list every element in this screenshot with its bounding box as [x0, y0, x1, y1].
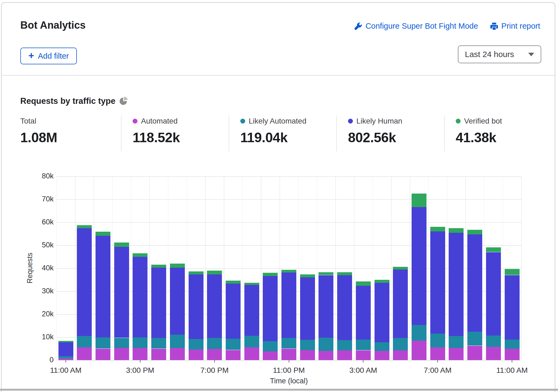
bar-segment-verified-bot[interactable] — [226, 281, 241, 284]
bar-segment-likely-automated[interactable] — [281, 338, 296, 348]
bar-segment-likely-automated[interactable] — [96, 337, 110, 349]
bar-segment-automated[interactable] — [319, 351, 333, 360]
bar-segment-likely-human[interactable] — [375, 283, 389, 342]
bar-segment-automated[interactable] — [486, 347, 501, 360]
bar-segment-likely-human[interactable] — [226, 284, 241, 339]
bar-segment-automated[interactable] — [133, 348, 147, 360]
bar-segment-automated[interactable] — [337, 350, 352, 360]
bar-segment-likely-automated[interactable] — [207, 338, 222, 349]
bar-segment-likely-human[interactable] — [207, 274, 222, 338]
bar-segment-likely-automated[interactable] — [170, 335, 185, 348]
bar-segment-automated[interactable] — [449, 348, 464, 360]
bar-segment-likely-automated[interactable] — [449, 336, 464, 348]
bar-segment-automated[interactable] — [375, 351, 389, 360]
bar-segment-likely-human[interactable] — [356, 286, 371, 340]
bar-segment-verified-bot[interactable] — [393, 267, 408, 270]
bar-segment-verified-bot[interactable] — [96, 232, 110, 236]
bar-segment-verified-bot[interactable] — [300, 274, 315, 277]
bar-segment-automated[interactable] — [114, 348, 129, 360]
bar-segment-likely-human[interactable] — [319, 275, 333, 338]
bar-segment-verified-bot[interactable] — [133, 253, 147, 257]
bar-segment-verified-bot[interactable] — [263, 273, 278, 276]
bar-segment-automated[interactable] — [356, 350, 371, 360]
bar-segment-automated[interactable] — [300, 350, 315, 360]
bar-segment-verified-bot[interactable] — [319, 272, 333, 275]
bar-segment-automated[interactable] — [207, 349, 222, 360]
bar-segment-likely-automated[interactable] — [244, 336, 259, 347]
bar-segment-automated[interactable] — [151, 349, 166, 360]
bar-segment-likely-automated[interactable] — [467, 332, 482, 346]
bar-segment-likely-human[interactable] — [170, 268, 185, 335]
bar-segment-likely-human[interactable] — [133, 257, 147, 337]
bar-segment-likely-human[interactable] — [486, 252, 501, 336]
bar-segment-verified-bot[interactable] — [77, 225, 92, 228]
bar-segment-likely-automated[interactable] — [486, 335, 501, 347]
y-axis-tick-label: 80k — [21, 172, 54, 180]
bar-segment-likely-automated[interactable] — [319, 338, 333, 351]
bar-segment-likely-automated[interactable] — [337, 340, 352, 350]
bar-segment-likely-automated[interactable] — [505, 340, 520, 349]
bar-segment-verified-bot[interactable] — [58, 341, 73, 342]
bar-segment-likely-automated[interactable] — [133, 337, 147, 348]
bar-segment-automated[interactable] — [244, 347, 259, 360]
bar-segment-likely-automated[interactable] — [263, 341, 278, 351]
bar-segment-automated[interactable] — [281, 349, 296, 360]
bar-segment-likely-human[interactable] — [58, 342, 73, 357]
bar-segment-likely-automated[interactable] — [114, 338, 129, 348]
bar-segment-likely-automated[interactable] — [430, 334, 445, 347]
bar-segment-verified-bot[interactable] — [114, 242, 129, 247]
bar-segment-verified-bot[interactable] — [356, 281, 371, 286]
bar-segment-likely-human[interactable] — [281, 273, 296, 338]
bar-segment-verified-bot[interactable] — [412, 194, 426, 207]
bar-segment-likely-human[interactable] — [77, 228, 92, 336]
bar-segment-likely-automated[interactable] — [300, 340, 315, 350]
bar-segment-likely-human[interactable] — [151, 268, 166, 338]
bar-segment-automated[interactable] — [263, 351, 278, 360]
bar-segment-likely-human[interactable] — [393, 270, 408, 338]
bar-segment-likely-automated[interactable] — [393, 338, 408, 350]
bar-segment-likely-human[interactable] — [467, 234, 482, 332]
bar-segment-likely-human[interactable] — [430, 231, 445, 334]
bar-segment-likely-automated[interactable] — [77, 336, 92, 348]
bar-segment-verified-bot[interactable] — [281, 270, 296, 273]
bar-segment-automated[interactable] — [412, 341, 426, 360]
bar-segment-verified-bot[interactable] — [151, 265, 166, 268]
bar-segment-likely-automated[interactable] — [356, 340, 371, 350]
bar-segment-verified-bot[interactable] — [430, 227, 445, 231]
bar-segment-verified-bot[interactable] — [207, 271, 222, 274]
bar-segment-likely-human[interactable] — [449, 233, 464, 336]
bar-segment-likely-human[interactable] — [114, 247, 129, 338]
bar-segment-likely-human[interactable] — [505, 275, 520, 340]
bar-segment-likely-human[interactable] — [96, 236, 110, 337]
bar-segment-automated[interactable] — [170, 348, 185, 360]
bar-segment-automated[interactable] — [77, 347, 92, 360]
bar-segment-automated[interactable] — [505, 349, 520, 360]
bar-segment-verified-bot[interactable] — [486, 247, 501, 252]
bar-segment-automated[interactable] — [189, 350, 203, 360]
bar-segment-likely-automated[interactable] — [189, 339, 203, 350]
bar-segment-automated[interactable] — [393, 350, 408, 360]
bar-segment-automated[interactable] — [226, 350, 241, 360]
bar-segment-verified-bot[interactable] — [505, 269, 520, 275]
bar-segment-likely-automated[interactable] — [375, 342, 389, 351]
bar-segment-verified-bot[interactable] — [467, 230, 482, 234]
bar-segment-likely-automated[interactable] — [151, 338, 166, 348]
bar-segment-automated[interactable] — [430, 347, 445, 360]
bar-segment-verified-bot[interactable] — [244, 283, 259, 285]
bar-segment-likely-human[interactable] — [300, 277, 315, 340]
bar-segment-verified-bot[interactable] — [449, 228, 464, 233]
bar-segment-verified-bot[interactable] — [337, 272, 352, 275]
bar-segment-likely-human[interactable] — [337, 275, 352, 340]
bar-segment-likely-human[interactable] — [263, 276, 278, 341]
bar-segment-likely-automated[interactable] — [226, 339, 241, 350]
bar-segment-likely-human[interactable] — [244, 285, 259, 336]
bar-segment-likely-human[interactable] — [189, 274, 203, 339]
bar-segment-verified-bot[interactable] — [189, 271, 203, 274]
bar-segment-automated[interactable] — [96, 349, 110, 360]
bar-segment-likely-human[interactable] — [412, 207, 426, 325]
bar-segment-likely-automated[interactable] — [412, 325, 426, 341]
bar-segment-verified-bot[interactable] — [170, 264, 185, 268]
bar-segment-likely-automated[interactable] — [58, 356, 73, 358]
bar-segment-verified-bot[interactable] — [375, 280, 389, 283]
bar-segment-automated[interactable] — [467, 346, 482, 360]
